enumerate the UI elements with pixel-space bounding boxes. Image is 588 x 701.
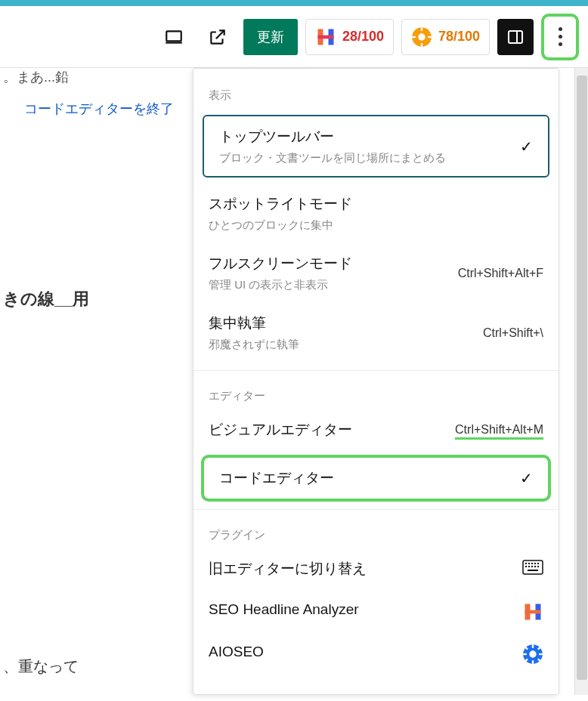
- menu-item-focus[interactable]: 集中執筆 邪魔されずに執筆 Ctrl+Shift+\: [193, 303, 559, 363]
- exit-code-editor-link[interactable]: コードエディターを終了: [3, 100, 193, 118]
- svg-rect-10: [509, 31, 522, 43]
- menu-item-fullscreen[interactable]: フルスクリーンモード 管理 UI の表示と非表示 Ctrl+Shift+Alt+…: [193, 243, 559, 303]
- window-titlebar: [0, 0, 588, 6]
- svg-rect-3: [317, 35, 333, 39]
- menu-item-label: SEO Headline Analyzer: [209, 601, 513, 618]
- editor-text-snippet-3: 、重なって: [3, 656, 193, 677]
- menu-item-desc: ひとつのブロックに集中: [209, 218, 543, 233]
- gear-circle-icon: [411, 26, 432, 48]
- menu-item-shortcut: Ctrl+Shift+Alt+M: [455, 423, 543, 437]
- device-preview-icon[interactable]: [156, 19, 192, 55]
- menu-item-seo-headline[interactable]: SEO Headline Analyzer: [193, 591, 559, 633]
- svg-rect-23: [528, 570, 538, 571]
- menu-item-visual-editor[interactable]: ビジュアルエディター Ctrl+Shift+Alt+M: [193, 409, 559, 450]
- menu-item-label: 集中執筆: [209, 313, 474, 333]
- svg-rect-21: [534, 566, 536, 567]
- svg-rect-9: [428, 36, 432, 37]
- check-icon: ✓: [520, 469, 533, 487]
- highlight-box-teal: トップツールバー ブロック・文書ツールを同じ場所にまとめる ✓: [203, 115, 549, 178]
- svg-rect-30: [532, 660, 534, 664]
- menu-item-shortcut: Ctrl+Shift+\: [483, 326, 543, 340]
- editor-text-snippet-1: 。まあ...鉛: [3, 68, 193, 86]
- menu-separator: [193, 509, 559, 510]
- keyboard-icon: [522, 559, 543, 580]
- svg-rect-31: [523, 653, 527, 655]
- menu-item-label: AIOSEO: [209, 644, 513, 660]
- svg-rect-19: [528, 566, 530, 567]
- gear-circle-icon: [522, 644, 543, 665]
- scrollbar-thumb[interactable]: [577, 76, 587, 680]
- svg-rect-13: [525, 563, 527, 564]
- menu-item-code-editor[interactable]: コードエディター ✓: [204, 458, 548, 499]
- menu-item-label: ビジュアルエディター: [209, 420, 446, 440]
- menu-item-label: 旧エディターに切り替え: [209, 559, 513, 579]
- check-icon: ✓: [520, 137, 533, 156]
- svg-rect-18: [525, 566, 527, 567]
- section-heading-display: 表示: [193, 69, 559, 109]
- svg-rect-22: [537, 566, 539, 567]
- more-options-button[interactable]: [541, 14, 579, 60]
- score-2-text: 78/100: [438, 29, 480, 45]
- menu-item-desc: ブロック・文書ツールを同じ場所にまとめる: [219, 151, 511, 165]
- svg-rect-0: [166, 31, 181, 41]
- svg-rect-8: [412, 36, 416, 37]
- aioseo-h-icon: [315, 26, 336, 48]
- svg-rect-32: [539, 653, 543, 655]
- editor-background: 。まあ...鉛 コードエディターを終了 きの線__用 、重なって: [0, 68, 193, 677]
- menu-item-aioseo[interactable]: AIOSEO: [193, 633, 559, 675]
- section-heading-plugins: プラグイン: [193, 513, 559, 548]
- seo-score-badge-2[interactable]: 78/100: [401, 19, 490, 55]
- scrollbar[interactable]: [574, 68, 588, 695]
- menu-item-label: トップツールバー: [219, 127, 511, 147]
- menu-item-shortcut: Ctrl+Shift+Alt+F: [458, 267, 543, 280]
- menu-item-old-editor[interactable]: 旧エディターに切り替え: [193, 548, 559, 591]
- editor-text-snippet-2: きの線__用: [3, 288, 193, 310]
- svg-rect-29: [532, 644, 534, 648]
- svg-rect-17: [537, 563, 539, 564]
- section-heading-editor: エディター: [193, 374, 559, 409]
- update-button[interactable]: 更新: [243, 19, 298, 55]
- svg-rect-15: [531, 563, 533, 564]
- menu-item-desc: 邪魔されずに執筆: [209, 338, 474, 352]
- svg-rect-16: [534, 563, 536, 564]
- aioseo-h-icon: [522, 601, 543, 622]
- menu-item-desc: 管理 UI の表示と非表示: [209, 278, 449, 292]
- menu-item-label: コードエディター: [219, 468, 511, 488]
- menu-item-label: フルスクリーンモード: [209, 254, 449, 273]
- menu-item-spotlight[interactable]: スポットライトモード ひとつのブロックに集中: [193, 184, 559, 243]
- score-1-text: 28/100: [342, 29, 384, 45]
- svg-point-28: [529, 650, 536, 657]
- svg-rect-20: [531, 566, 533, 567]
- svg-rect-26: [525, 610, 541, 614]
- svg-rect-6: [421, 27, 422, 31]
- svg-rect-14: [528, 563, 530, 564]
- menu-separator: [193, 370, 559, 371]
- sidebar-toggle-button[interactable]: [497, 19, 534, 55]
- menu-item-label: スポットライトモード: [209, 194, 543, 214]
- options-dropdown: 表示 トップツールバー ブロック・文書ツールを同じ場所にまとめる ✓ スポットラ…: [193, 68, 559, 695]
- external-link-icon[interactable]: [200, 19, 236, 55]
- highlight-box-green: コードエディター ✓: [201, 455, 551, 502]
- svg-rect-7: [421, 43, 422, 47]
- seo-score-badge-1[interactable]: 28/100: [305, 19, 394, 55]
- svg-point-5: [418, 33, 425, 40]
- menu-item-top-toolbar[interactable]: トップツールバー ブロック・文書ツールを同じ場所にまとめる ✓: [204, 116, 548, 176]
- kebab-icon: [559, 27, 562, 46]
- top-toolbar: 更新 28/100 78/100: [0, 6, 588, 68]
